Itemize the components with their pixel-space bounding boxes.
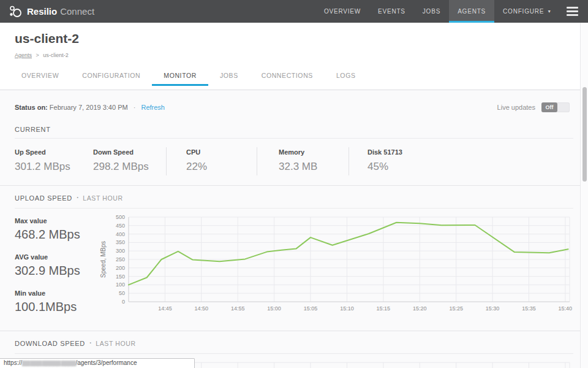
brand[interactable]: Resilio Connect xyxy=(0,0,94,23)
stat-label: Memory xyxy=(279,148,349,156)
svg-text:15:15: 15:15 xyxy=(377,305,391,312)
tab-configuration[interactable]: CONFIGURATION xyxy=(70,66,152,86)
monitor-content: Status on: February 7, 2019 3:40 PM · Re… xyxy=(0,90,588,368)
stat-label: CPU xyxy=(186,148,257,156)
svg-text:250: 250 xyxy=(116,256,125,263)
scrollbar-thumb[interactable] xyxy=(582,87,587,182)
download-section-header: DOWNLOAD SPEED · LAST HOUR xyxy=(0,331,588,348)
current-section-title: CURRENT xyxy=(15,126,51,133)
upload-chart-stats: Max value 468.2 MBps AVG value 302.9 MBp… xyxy=(15,212,98,326)
svg-text:Speed, MBps: Speed, MBps xyxy=(100,241,107,278)
live-updates-toggle[interactable]: Off xyxy=(541,102,570,112)
svg-text:50: 50 xyxy=(119,290,125,296)
top-nav-menu: OVERVIEW EVENTS JOBS AGENTS CONFIGURE ▼ xyxy=(315,0,588,23)
svg-text:15:00: 15:00 xyxy=(267,305,281,312)
stat-down-speed: Down Speed 298.2 MBps xyxy=(93,147,167,175)
agent-tabs: OVERVIEW CONFIGURATION MONITOR JOBS CONN… xyxy=(0,66,588,90)
stat-value: 301.2 MBps xyxy=(15,161,93,173)
download-section-period: LAST HOUR xyxy=(96,340,135,347)
nav-item-configure-label: CONFIGURE xyxy=(503,8,544,15)
caret-down-icon: ▼ xyxy=(547,9,552,13)
upload-section-header: UPLOAD SPEED · LAST HOUR xyxy=(0,186,588,203)
brand-suffix: Connect xyxy=(60,6,94,17)
stat-value: 100.1MBps xyxy=(15,300,98,314)
svg-text:15:35: 15:35 xyxy=(522,305,536,312)
brand-name: Resilio xyxy=(27,6,57,17)
status-separator: · xyxy=(134,104,136,111)
stat-value: 22% xyxy=(186,161,257,173)
svg-text:300: 300 xyxy=(116,248,125,254)
svg-text:100: 100 xyxy=(116,282,125,288)
breadcrumb-agents-link[interactable]: Agents xyxy=(15,52,32,58)
tab-connections[interactable]: CONNECTIONS xyxy=(250,66,325,86)
status-on-text: Status on: February 7, 2019 3:40 PM · Re… xyxy=(15,104,165,111)
status-row: Status on: February 7, 2019 3:40 PM · Re… xyxy=(0,90,588,120)
nav-item-overview[interactable]: OVERVIEW xyxy=(315,0,369,23)
nav-item-agents[interactable]: AGENTS xyxy=(449,0,494,23)
current-section: CURRENT Up Speed 301.2 MBps Down Speed 2… xyxy=(0,120,588,185)
tab-logs[interactable]: LOGS xyxy=(325,66,368,86)
stat-cpu: CPU 22% xyxy=(167,147,257,175)
hamburger-menu-icon[interactable] xyxy=(560,0,588,23)
status-on-label: Status on: xyxy=(15,104,48,111)
svg-text:200: 200 xyxy=(116,265,125,271)
breadcrumb-separator: > xyxy=(36,52,39,58)
current-section-header: CURRENT xyxy=(0,120,588,133)
breadcrumb: Agents > us-client-2 xyxy=(15,52,573,58)
stat-value: 298.2 MBps xyxy=(93,161,166,173)
vertical-scrollbar[interactable] xyxy=(580,23,588,368)
svg-text:14:50: 14:50 xyxy=(195,305,209,312)
stat-label: Disk 51713 xyxy=(368,148,402,156)
breadcrumb-current: us-client-2 xyxy=(43,52,69,58)
svg-text:15:30: 15:30 xyxy=(486,305,500,312)
upload-speed-section: UPLOAD SPEED · LAST HOUR Max value 468.2… xyxy=(0,186,588,331)
svg-text:150: 150 xyxy=(116,274,125,280)
current-stats-row: Up Speed 301.2 MBps Down Speed 298.2 MBp… xyxy=(0,139,588,185)
svg-text:15:10: 15:10 xyxy=(340,305,354,312)
svg-text:14:45: 14:45 xyxy=(158,305,172,312)
live-updates-label: Live updates xyxy=(497,104,535,111)
status-timestamp: February 7, 2019 3:40 PM xyxy=(50,104,128,111)
stat-value: 468.2 MBps xyxy=(15,228,98,242)
download-header-separator: · xyxy=(89,337,92,348)
svg-text:14:55: 14:55 xyxy=(231,305,245,312)
svg-text:15:40: 15:40 xyxy=(559,305,573,312)
tab-monitor[interactable]: MONITOR xyxy=(152,66,208,86)
stat-label: Min value xyxy=(15,289,98,297)
refresh-link[interactable]: Refresh xyxy=(141,104,165,111)
top-nav: Resilio Connect OVERVIEW EVENTS JOBS AGE… xyxy=(0,0,588,23)
svg-text:450: 450 xyxy=(116,223,125,229)
stat-memory: Memory 32.3 MB xyxy=(257,147,349,175)
url-prefix: https:// xyxy=(4,359,22,366)
upload-section-body: Max value 468.2 MBps AVG value 302.9 MBp… xyxy=(0,209,588,331)
resilio-logo-icon xyxy=(9,5,22,18)
upload-section-title: UPLOAD SPEED xyxy=(15,194,72,202)
upload-speed-chart: 05010015020025030035040045050014:4514:50… xyxy=(98,212,588,326)
nav-item-events[interactable]: EVENTS xyxy=(369,0,414,23)
stat-label: Max value xyxy=(15,217,98,224)
stat-disk: Disk 51713 45% xyxy=(349,147,402,175)
svg-text:400: 400 xyxy=(116,231,125,237)
stat-label: AVG value xyxy=(15,253,98,261)
nav-item-configure[interactable]: CONFIGURE ▼ xyxy=(494,0,560,23)
svg-text:15:20: 15:20 xyxy=(413,305,427,312)
url-redacted-host: ▇▇.▇▇▇.▇▇▇▇▇.▇▇▇▇ xyxy=(22,360,75,366)
tab-overview[interactable]: OVERVIEW xyxy=(10,66,70,86)
upload-max-stat: Max value 468.2 MBps xyxy=(15,217,98,242)
live-updates-toggle-knob: Off xyxy=(541,102,557,112)
nav-item-jobs[interactable]: JOBS xyxy=(414,0,449,23)
upload-header-separator: · xyxy=(76,192,79,203)
stat-value: 302.9 MBps xyxy=(15,264,98,278)
svg-text:0: 0 xyxy=(122,299,125,305)
download-section-title: DOWNLOAD SPEED xyxy=(15,340,85,347)
svg-text:500: 500 xyxy=(116,214,125,220)
svg-text:350: 350 xyxy=(116,239,125,245)
tab-jobs[interactable]: JOBS xyxy=(208,66,250,86)
url-path: /agents/3/performance xyxy=(75,359,137,366)
upload-section-period: LAST HOUR xyxy=(83,194,123,202)
svg-text:15:05: 15:05 xyxy=(304,305,318,312)
svg-text:15:25: 15:25 xyxy=(449,305,463,312)
browser-link-status-tooltip: https://▇▇.▇▇▇.▇▇▇▇▇.▇▇▇▇/agents/3/perfo… xyxy=(0,358,195,368)
stat-label: Up Speed xyxy=(15,148,93,156)
stat-label: Down Speed xyxy=(93,148,166,156)
